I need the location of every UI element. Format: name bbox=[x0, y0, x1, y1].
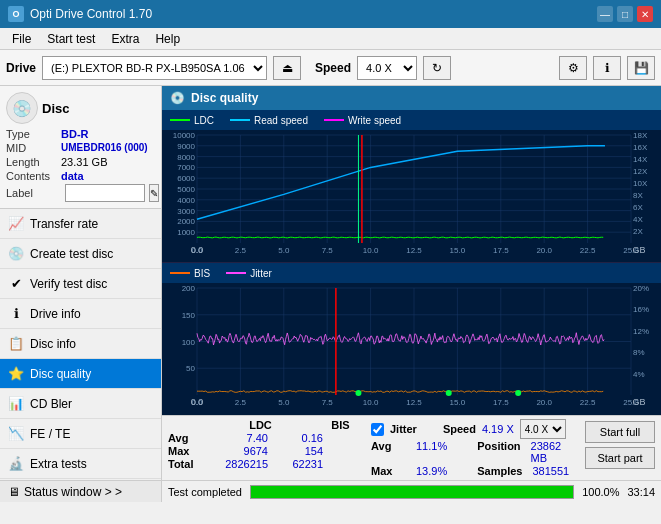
position-value: 23862 MB bbox=[531, 440, 577, 464]
menu-start-test[interactable]: Start test bbox=[39, 30, 103, 48]
drive-select[interactable]: (E:) PLEXTOR BD-R PX-LB950SA 1.06 bbox=[42, 56, 267, 80]
avg-ldc: 7.40 bbox=[213, 432, 268, 444]
write-speed-color bbox=[324, 119, 344, 121]
jitter-label: Jitter bbox=[390, 423, 417, 435]
drive-info-label: Drive info bbox=[30, 307, 81, 321]
mid-label: MID bbox=[6, 142, 61, 154]
progress-time: 33:14 bbox=[627, 486, 655, 498]
ldc-color bbox=[170, 119, 190, 121]
content-area: 💿 Disc quality LDC Read speed Write spee… bbox=[162, 86, 661, 502]
bis-header: BIS bbox=[318, 419, 363, 431]
fe-te-icon: 📉 bbox=[8, 426, 24, 442]
toolbar: Drive (E:) PLEXTOR BD-R PX-LB950SA 1.06 … bbox=[0, 50, 661, 86]
disc-contents-row: Contents data bbox=[6, 170, 155, 182]
disc-header: 💿 Disc bbox=[6, 92, 155, 124]
total-bis: 62231 bbox=[278, 458, 323, 470]
label-edit-button[interactable]: ✎ bbox=[149, 184, 159, 202]
sidebar-item-fe-te[interactable]: 📉 FE / TE bbox=[0, 419, 161, 449]
legend-write-speed: Write speed bbox=[324, 115, 401, 126]
length-label: Length bbox=[6, 156, 61, 168]
total-ldc: 2826215 bbox=[213, 458, 268, 470]
chart-legend-lower: BIS Jitter bbox=[162, 263, 661, 283]
menu-help[interactable]: Help bbox=[147, 30, 188, 48]
legend-ldc: LDC bbox=[170, 115, 214, 126]
save-button[interactable]: 💾 bbox=[627, 56, 655, 80]
speed-select-stats[interactable]: 4.0 X bbox=[520, 419, 566, 439]
max-label: Max bbox=[168, 445, 203, 457]
avg-jitter-row: Avg 11.1% Position 23862 MB bbox=[371, 440, 577, 464]
sidebar-item-transfer-rate[interactable]: 📈 Transfer rate bbox=[0, 209, 161, 239]
action-buttons: Start full Start part bbox=[585, 419, 655, 469]
menu-extra[interactable]: Extra bbox=[103, 30, 147, 48]
lower-chart-canvas bbox=[162, 283, 661, 415]
sidebar-item-create-test-disc[interactable]: 💿 Create test disc bbox=[0, 239, 161, 269]
ldc-bis-header: LDC BIS bbox=[168, 419, 363, 431]
jitter-speed-table: Jitter Speed 4.19 X 4.0 X Avg 11.1% Posi… bbox=[371, 419, 577, 477]
disc-quality-header: 💿 Disc quality bbox=[162, 86, 661, 110]
jitter-label: Jitter bbox=[250, 268, 272, 279]
sidebar-item-disc-info[interactable]: 📋 Disc info bbox=[0, 329, 161, 359]
disc-type-row: Type BD-R bbox=[6, 128, 155, 140]
max-row: Max 9674 154 bbox=[168, 445, 363, 457]
fe-te-label: FE / TE bbox=[30, 427, 70, 441]
settings-button[interactable]: ⚙ bbox=[559, 56, 587, 80]
menu-file[interactable]: File bbox=[4, 30, 39, 48]
bis-color bbox=[170, 272, 190, 274]
chart-upper bbox=[162, 130, 661, 263]
sidebar-item-drive-info[interactable]: ℹ Drive info bbox=[0, 299, 161, 329]
extra-tests-label: Extra tests bbox=[30, 457, 87, 471]
sidebar-item-verify-test-disc[interactable]: ✔ Verify test disc bbox=[0, 269, 161, 299]
drive-label: Drive bbox=[6, 61, 36, 75]
disc-icon: 💿 bbox=[6, 92, 38, 124]
close-button[interactable]: ✕ bbox=[637, 6, 653, 22]
status-window-button[interactable]: 🖥 Status window > > bbox=[0, 480, 161, 502]
max-jitter-row: Max 13.9% Samples 381551 bbox=[371, 465, 577, 477]
jitter-header-row: Jitter Speed 4.19 X 4.0 X bbox=[371, 419, 577, 439]
cd-bler-label: CD Bler bbox=[30, 397, 72, 411]
progress-bar bbox=[251, 486, 573, 498]
nav-items: 📈 Transfer rate 💿 Create test disc ✔ Ver… bbox=[0, 209, 161, 480]
jitter-checkbox[interactable] bbox=[371, 423, 384, 436]
status-window-label: Status window > > bbox=[24, 485, 122, 499]
samples-value: 381551 bbox=[532, 465, 569, 477]
sidebar-item-cd-bler[interactable]: 📊 CD Bler bbox=[0, 389, 161, 419]
refresh-button[interactable]: ↻ bbox=[423, 56, 451, 80]
drive-info-icon: ℹ bbox=[8, 306, 24, 322]
app-title: Opti Drive Control 1.70 bbox=[30, 7, 152, 21]
start-part-button[interactable]: Start part bbox=[585, 447, 655, 469]
speed-select[interactable]: 4.0 X bbox=[357, 56, 417, 80]
start-full-button[interactable]: Start full bbox=[585, 421, 655, 443]
total-row: Total 2826215 62231 bbox=[168, 458, 363, 470]
stats-section: LDC BIS Avg 7.40 0.16 Max 9674 154 Tot bbox=[162, 415, 661, 480]
app-icon: O bbox=[8, 6, 24, 22]
read-speed-label: Read speed bbox=[254, 115, 308, 126]
info-button[interactable]: ℹ bbox=[593, 56, 621, 80]
maximize-button[interactable]: □ bbox=[617, 6, 633, 22]
minimize-button[interactable]: — bbox=[597, 6, 613, 22]
contents-value: data bbox=[61, 170, 84, 182]
sidebar: 💿 Disc Type BD-R MID UMEBDR016 (000) Len… bbox=[0, 86, 162, 502]
disc-quality-label: Disc quality bbox=[30, 367, 91, 381]
bis-label: BIS bbox=[194, 268, 210, 279]
upper-chart-canvas bbox=[162, 130, 661, 263]
progress-percent: 100.0% bbox=[582, 486, 619, 498]
label-input[interactable] bbox=[65, 184, 145, 202]
status-window-icon: 🖥 bbox=[8, 485, 20, 499]
stats-content: LDC BIS Avg 7.40 0.16 Max 9674 154 Tot bbox=[168, 419, 655, 477]
read-speed-color bbox=[230, 119, 250, 121]
sidebar-item-disc-quality[interactable]: ⭐ Disc quality bbox=[0, 359, 161, 389]
avg-bis: 0.16 bbox=[278, 432, 323, 444]
progress-bar-container bbox=[250, 485, 574, 499]
legend-read-speed: Read speed bbox=[230, 115, 308, 126]
eject-button[interactable]: ⏏ bbox=[273, 56, 301, 80]
position-label: Position bbox=[477, 440, 520, 464]
sidebar-item-extra-tests[interactable]: 🔬 Extra tests bbox=[0, 449, 161, 479]
transfer-rate-icon: 📈 bbox=[8, 216, 24, 232]
avg-label: Avg bbox=[168, 432, 203, 444]
disc-info-panel: 💿 Disc Type BD-R MID UMEBDR016 (000) Len… bbox=[0, 86, 161, 209]
jitter-color bbox=[226, 272, 246, 274]
avg-row: Avg 7.40 0.16 bbox=[168, 432, 363, 444]
label-row: Label ✎ bbox=[6, 184, 155, 202]
title-bar-controls: — □ ✕ bbox=[597, 6, 653, 22]
ldc-header: LDC bbox=[233, 419, 288, 431]
